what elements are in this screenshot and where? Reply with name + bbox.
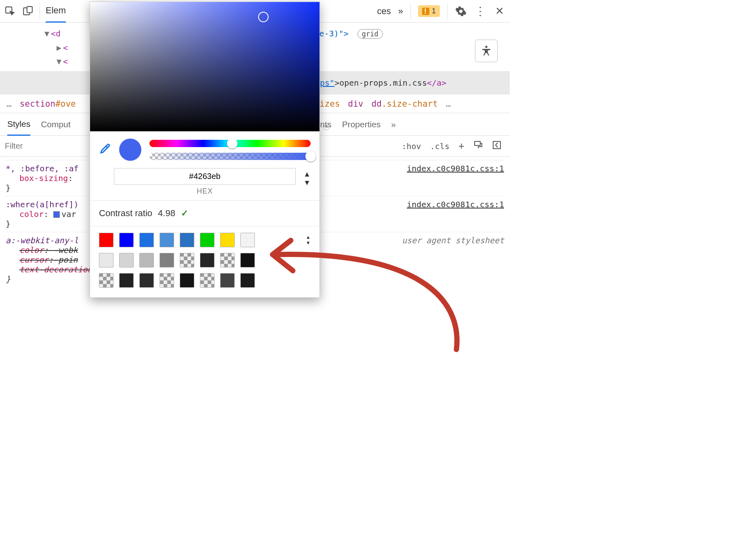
palette-swatch[interactable] (119, 233, 134, 247)
accessibility-button[interactable] (475, 40, 498, 62)
contrast-row[interactable]: Contrast ratio 4.98 ✓ (90, 201, 319, 226)
svg-point-3 (485, 46, 488, 48)
palette-swatches: ▲▼ (90, 226, 319, 297)
panetab-more[interactable]: » (391, 120, 396, 129)
alpha-slider[interactable] (149, 153, 311, 160)
palette-swatch[interactable] (99, 273, 113, 288)
palette-swatch[interactable] (119, 253, 134, 267)
paint-icon[interactable] (473, 140, 483, 152)
crumb-section[interactable]: section#ove (20, 99, 76, 109)
crumb-overflow-left[interactable]: … (6, 99, 12, 109)
inspect-icon[interactable] (4, 5, 16, 17)
hue-slider[interactable] (149, 140, 311, 147)
hex-input[interactable] (114, 168, 296, 185)
panetab-computed[interactable]: Comput (41, 120, 71, 129)
palette-swatch[interactable] (220, 273, 235, 288)
crumb-overflow-right[interactable]: … (446, 99, 451, 109)
format-spinner[interactable]: ▲▼ (303, 170, 311, 187)
palette-swatch[interactable] (180, 233, 194, 247)
palette-swatch[interactable] (160, 253, 174, 267)
palette-swatch[interactable] (200, 273, 214, 288)
more-tabs[interactable]: » (398, 6, 403, 17)
palette-swatch[interactable] (160, 273, 174, 288)
grid-badge[interactable]: grid (357, 29, 383, 39)
close-chip-icon[interactable]: × (323, 123, 330, 130)
color-preview (119, 139, 141, 161)
palette-swatch[interactable] (139, 233, 154, 247)
new-rule-icon[interactable]: + (458, 140, 464, 152)
hov-toggle[interactable]: :hov (401, 141, 421, 151)
svg-rect-4 (475, 141, 480, 145)
rule-source-ua: user agent stylesheet (402, 236, 504, 245)
palette-swatch[interactable] (119, 273, 134, 288)
issues-badge[interactable]: 1 (418, 5, 440, 17)
tab-elements[interactable]: Elem (46, 0, 66, 23)
panetab-properties[interactable]: Properties (342, 120, 381, 129)
eyedropper-icon[interactable] (99, 143, 111, 157)
svg-rect-2 (27, 6, 32, 13)
gear-icon[interactable] (455, 5, 467, 17)
color-swatch-icon[interactable] (53, 211, 60, 218)
cls-toggle[interactable]: .cls (430, 141, 450, 151)
palette-swatch[interactable] (99, 233, 113, 247)
saturation-area[interactable] (90, 2, 319, 131)
crumb-dd[interactable]: dd.size-chart (371, 99, 437, 109)
panetab-styles[interactable]: Styles (7, 119, 30, 136)
styles-filter-input[interactable] (0, 138, 101, 154)
svg-rect-5 (493, 141, 500, 149)
palette-swatch[interactable] (240, 253, 255, 267)
check-icon: ✓ (181, 208, 188, 219)
palette-spinner[interactable]: ▲▼ (306, 234, 311, 246)
palette-swatch[interactable] (180, 273, 194, 288)
palette-swatch[interactable] (139, 253, 154, 267)
palette-swatch[interactable] (240, 273, 255, 288)
kebab-icon[interactable]: ⋮ (474, 5, 486, 17)
rule-source-1[interactable]: index.c0c9081c.css:1 (407, 164, 504, 173)
panel-toggle-icon[interactable] (492, 140, 502, 152)
close-icon[interactable]: ✕ (494, 5, 506, 17)
palette-swatch[interactable] (180, 253, 194, 267)
palette-swatch[interactable] (99, 253, 113, 267)
color-picker: ▲▼ HEX Contrast ratio 4.98 ✓ ▲▼ (90, 2, 320, 298)
palette-swatch[interactable] (160, 233, 174, 247)
tab-sources-partial[interactable]: ces (377, 6, 391, 17)
palette-swatch[interactable] (139, 273, 154, 288)
palette-swatch[interactable] (220, 253, 235, 267)
palette-swatch[interactable] (200, 233, 214, 247)
saturation-thumb[interactable] (258, 12, 269, 22)
hex-label: HEX (106, 187, 303, 196)
palette-swatch[interactable] (220, 233, 235, 247)
crumb-div[interactable]: div (348, 99, 364, 109)
device-toggle-icon[interactable] (22, 5, 34, 17)
warning-icon (422, 8, 429, 15)
palette-swatch[interactable] (200, 253, 214, 267)
palette-swatch[interactable] (240, 233, 255, 247)
rule-source-2[interactable]: index.c0c9081c.css:1 (407, 200, 504, 209)
